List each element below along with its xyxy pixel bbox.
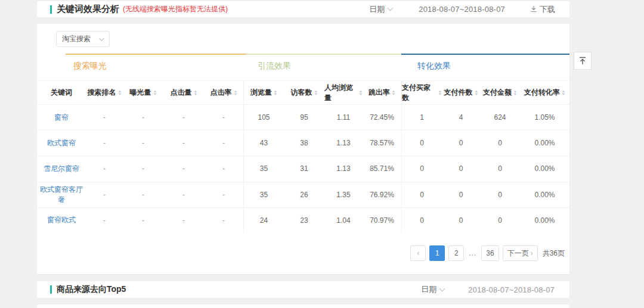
column-group-label-search: 搜索曝光 [73, 61, 107, 71]
keyword-cell: 窗帘 [37, 105, 86, 130]
sort-icon[interactable]: ▲▼ [118, 90, 122, 96]
page-button[interactable]: 2 [448, 245, 464, 261]
table-cell: 1.04 [324, 208, 363, 233]
sort-icon[interactable]: ▲▼ [314, 90, 318, 96]
table-cell: - [163, 182, 204, 207]
column-header[interactable]: 搜索排名▲▼ [86, 81, 123, 105]
table-cell: 1.11 [324, 105, 363, 130]
footer-date-range: 2018-08-07~2018-08-07 [468, 285, 555, 294]
prev-page-button[interactable]: ‹ [410, 245, 426, 261]
chevron-right-icon: › [531, 249, 533, 257]
table-cell: 72.45% [363, 105, 402, 130]
table-row: 雪尼尔窗帘----35311.1385.71%0000.00% [37, 155, 569, 181]
table-cell: 0 [442, 208, 480, 233]
back-to-top-button[interactable] [574, 52, 592, 70]
channel-select[interactable]: 淘宝搜索 [56, 31, 110, 47]
keyword-table-card: 淘宝搜索 搜索曝光 引流效果 转化效果 关键词搜索排名▲▼曝光量▲▼点击量▲▼点… [37, 24, 569, 274]
column-header[interactable]: 点击量▲▼ [163, 81, 204, 105]
table-cell: 23 [284, 208, 324, 233]
table-row: 欧式窗帘----43381.1378.57%0000.00% [37, 130, 569, 155]
sort-icon[interactable]: ▲▼ [274, 90, 277, 96]
column-header-label: 访客数 [291, 88, 312, 98]
column-header[interactable]: 跳出率▲▼ [363, 81, 402, 105]
table-cell: - [123, 156, 163, 181]
download-button[interactable]: 下载 [530, 4, 555, 15]
column-header-label: 跳出率 [369, 88, 390, 98]
group-line-conversion [401, 54, 569, 55]
chevron-down-icon [439, 285, 445, 291]
column-header-label: 支付件数 [444, 88, 473, 98]
footer-date-filter-dropdown[interactable]: 日期 [421, 284, 444, 295]
table-cell: 0.00% [520, 156, 569, 181]
table-cell: 0 [480, 130, 520, 155]
sort-icon[interactable]: ▲▼ [359, 90, 363, 96]
table-cell: - [204, 105, 244, 130]
column-header[interactable]: 点击率▲▼ [204, 81, 244, 105]
column-header[interactable]: 支付金额▲▼ [480, 81, 520, 105]
footer-date-filter-label: 日期 [421, 284, 436, 295]
table-cell: 0 [402, 182, 442, 207]
table-cell: - [123, 182, 163, 207]
column-header-label: 点击量 [171, 88, 192, 98]
column-header[interactable]: 人均浏览量▲▼ [324, 81, 363, 105]
keyword-cell: 雪尼尔窗帘 [37, 156, 86, 181]
table-cell: 105 [244, 105, 284, 130]
arrow-up-to-top-icon [578, 56, 587, 66]
exposure-note: (无线端搜索曝光指标暂无法提供) [123, 4, 228, 14]
table-cell: 0.00% [520, 208, 569, 233]
keyword-link[interactable]: 欧式窗帘客厅奢 [37, 185, 86, 205]
date-filter-dropdown[interactable]: 日期 [369, 4, 392, 15]
keyword-table: 关键词搜索排名▲▼曝光量▲▼点击量▲▼点击率▲▼浏览量▲▼访客数▲▼人均浏览量▲… [37, 80, 569, 233]
table-cell: - [163, 208, 204, 233]
sort-icon[interactable]: ▲▼ [438, 90, 442, 96]
page-button[interactable]: 36 [481, 245, 499, 261]
keyword-link[interactable]: 雪尼尔窗帘 [44, 164, 79, 174]
accent-bar [50, 285, 52, 294]
column-header-label: 关键词 [51, 88, 72, 98]
sort-icon[interactable]: ▲▼ [475, 90, 478, 96]
next-section-edge [37, 304, 569, 308]
table-cell: 1.35 [324, 182, 363, 207]
keyword-link[interactable]: 窗帘欧式 [47, 215, 76, 225]
sort-icon[interactable]: ▲▼ [153, 90, 157, 96]
table-cell: 95 [284, 105, 324, 130]
table-cell: 1.13 [324, 156, 363, 181]
group-line-traffic [246, 54, 401, 55]
table-cell: 0 [442, 156, 480, 181]
footer-title: 商品来源去向Top5 [57, 284, 126, 295]
table-cell: - [204, 156, 244, 181]
column-header-label: 搜索排名 [88, 88, 116, 98]
table-row: 窗帘欧式----24231.0470.97%0000.00% [37, 207, 569, 233]
table-body: 窗帘----105951.1172.45%146241.05%欧式窗帘----4… [37, 104, 569, 233]
table-cell: 78.57% [363, 130, 402, 155]
column-header-label: 浏览量 [250, 88, 272, 98]
chevron-down-icon [99, 36, 104, 41]
page-title: 关键词效果分析 [57, 4, 119, 15]
keyword-link[interactable]: 窗帘 [54, 113, 69, 123]
table-cell: - [163, 156, 204, 181]
sort-icon[interactable]: ▲▼ [392, 90, 395, 96]
table-cell: 26 [284, 182, 324, 207]
column-header[interactable]: 支付件数▲▼ [442, 81, 480, 105]
date-range: 2018-08-07~2018-08-07 [419, 5, 505, 14]
column-header-label: 支付买家数 [402, 83, 436, 103]
keyword-link[interactable]: 欧式窗帘 [47, 138, 76, 148]
sort-icon[interactable]: ▲▼ [562, 90, 565, 96]
column-header[interactable]: 支付买家数▲▼ [402, 81, 442, 105]
sort-icon[interactable]: ▲▼ [194, 90, 197, 96]
download-label: 下载 [540, 4, 555, 15]
page-button[interactable]: 1 [429, 245, 445, 261]
total-pages-label: 共36页 [543, 248, 565, 259]
next-page-button[interactable]: 下一页› [503, 245, 538, 261]
column-header[interactable]: 访客数▲▼ [284, 81, 324, 105]
column-header-label: 点击率 [210, 88, 232, 98]
column-header[interactable]: 曝光量▲▼ [123, 81, 163, 105]
sort-icon[interactable]: ▲▼ [513, 90, 517, 96]
sort-icon[interactable]: ▲▼ [234, 90, 237, 96]
column-header[interactable]: 浏览量▲▼ [244, 81, 284, 105]
keyword-cell: 欧式窗帘 [37, 130, 86, 155]
column-header[interactable]: 支付转化率▲▼ [520, 81, 569, 105]
table-cell: 0 [442, 182, 480, 207]
channel-select-value: 淘宝搜索 [62, 34, 91, 44]
table-cell: - [86, 182, 123, 207]
